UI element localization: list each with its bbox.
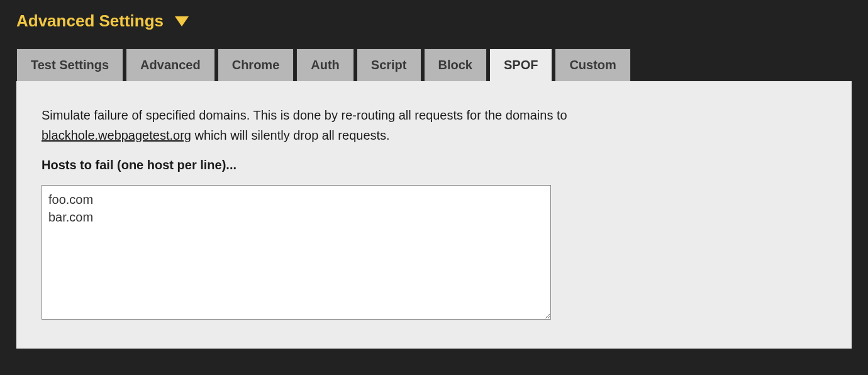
blackhole-link[interactable]: blackhole.webpagetest.org — [42, 128, 191, 142]
tab-chrome[interactable]: Chrome — [218, 48, 294, 81]
tab-custom[interactable]: Custom — [555, 48, 630, 81]
spof-panel: Simulate failure of specified domains. T… — [16, 81, 852, 349]
tab-auth[interactable]: Auth — [296, 48, 354, 81]
tab-script[interactable]: Script — [357, 48, 421, 81]
advanced-settings-toggle[interactable]: Advanced Settings — [16, 11, 189, 31]
tab-advanced[interactable]: Advanced — [126, 48, 215, 81]
spof-description-pre: Simulate failure of specified domains. T… — [42, 108, 567, 122]
tab-bar: Test Settings Advanced Chrome Auth Scrip… — [16, 48, 852, 81]
hosts-to-fail-input[interactable] — [42, 185, 551, 320]
hosts-to-fail-label: Hosts to fail (one host per line)... — [42, 158, 826, 172]
advanced-settings-title: Advanced Settings — [16, 11, 164, 31]
spof-description: Simulate failure of specified domains. T… — [42, 105, 696, 145]
tab-test-settings[interactable]: Test Settings — [16, 48, 123, 81]
tab-spof[interactable]: SPOF — [489, 48, 552, 81]
tab-block[interactable]: Block — [424, 48, 487, 81]
spof-description-post: which will silently drop all requests. — [191, 128, 390, 142]
triangle-down-icon — [175, 16, 189, 26]
